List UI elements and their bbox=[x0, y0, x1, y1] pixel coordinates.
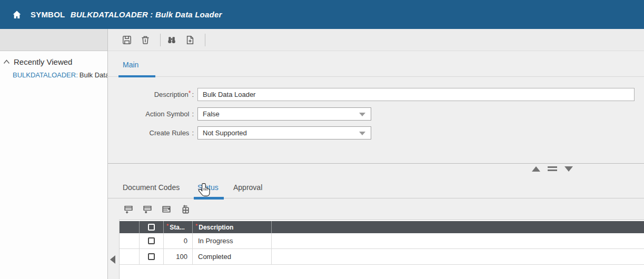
top-header-bar: SYMBOL BULKDATALOADER : Bulk Data Loader bbox=[0, 0, 644, 29]
save-icon[interactable] bbox=[122, 35, 132, 45]
tab-status[interactable]: Status bbox=[197, 183, 219, 192]
checkbox-icon bbox=[148, 224, 155, 231]
recently-viewed-label: Recently Viewed bbox=[14, 57, 72, 66]
delete-icon[interactable] bbox=[141, 35, 150, 45]
sidebar-toolbar-strip bbox=[0, 29, 107, 51]
table-row[interactable]: 100 Completed bbox=[120, 249, 644, 265]
checkbox-icon bbox=[148, 253, 155, 260]
description-cell[interactable]: In Progress bbox=[193, 237, 233, 245]
create-rules-label: Create Rules: bbox=[108, 129, 194, 137]
action-symbol-label: Action Symbol: bbox=[108, 110, 194, 118]
remove-row-icon[interactable] bbox=[143, 204, 153, 214]
status-cell[interactable]: 0 bbox=[164, 237, 192, 245]
splitter-controls bbox=[532, 165, 573, 173]
required-marker: * bbox=[166, 223, 169, 229]
add-row-icon[interactable] bbox=[124, 204, 134, 214]
table-row[interactable]: 0 In Progress bbox=[120, 233, 644, 249]
select-all-checkbox[interactable] bbox=[140, 221, 164, 233]
new-document-icon[interactable] bbox=[185, 35, 195, 45]
toolbar-separator bbox=[160, 34, 161, 46]
create-rules-value: Not Supported bbox=[203, 129, 247, 137]
create-rules-dropdown[interactable]: Not Supported bbox=[197, 126, 371, 140]
row-indicator-header bbox=[120, 221, 140, 233]
page-title: SYMBOL BULKDATALOADER : Bulk Data Loader bbox=[31, 10, 222, 19]
action-symbol-dropdown[interactable]: False bbox=[197, 107, 371, 121]
insert-row-icon[interactable] bbox=[162, 204, 172, 214]
main-tabstrip: Main bbox=[108, 58, 644, 77]
record-toolbar bbox=[108, 29, 644, 51]
chevron-up-icon bbox=[3, 59, 10, 64]
tab-main-active-indicator bbox=[118, 75, 155, 77]
fill-down-icon[interactable] bbox=[181, 204, 191, 214]
row-indicator-cell bbox=[120, 233, 140, 248]
tab-main[interactable]: Main bbox=[123, 61, 138, 69]
column-header-description[interactable]: * Description bbox=[193, 221, 272, 233]
collapse-up-icon[interactable] bbox=[532, 166, 540, 172]
form-row-description: Description*: bbox=[108, 88, 635, 101]
status-cell[interactable]: 100 bbox=[164, 253, 192, 261]
main-content-panel: Main Description*: Action Symbol: False … bbox=[108, 29, 644, 279]
row-checkbox[interactable] bbox=[140, 233, 164, 248]
filler-cell bbox=[272, 249, 644, 264]
recent-item-label: Bulk Data Loader bbox=[80, 71, 107, 79]
recent-item-code: BULKDATALOADER: bbox=[13, 71, 78, 79]
required-marker: * bbox=[189, 89, 191, 97]
column-header-filler bbox=[272, 221, 644, 233]
required-marker: * bbox=[195, 223, 197, 229]
row-checkbox[interactable] bbox=[140, 249, 164, 264]
tab-document-codes[interactable]: Document Codes bbox=[123, 183, 180, 192]
checkbox-icon bbox=[148, 237, 155, 244]
grid-toolbar bbox=[108, 199, 644, 220]
detail-tabstrip: Document Codes Status Approval bbox=[108, 179, 644, 198]
description-cell[interactable]: Completed bbox=[193, 253, 231, 261]
recently-viewed-item[interactable]: BULKDATALOADER:Bulk Data Loader bbox=[13, 71, 107, 79]
form-row-action-symbol: Action Symbol: False bbox=[108, 107, 371, 121]
tab-approval[interactable]: Approval bbox=[233, 183, 262, 192]
recently-viewed-section[interactable]: Recently Viewed bbox=[3, 57, 107, 66]
chevron-down-icon bbox=[359, 113, 365, 116]
find-icon[interactable] bbox=[167, 35, 176, 45]
status-grid: * Sta... * Description 0 In Progress bbox=[119, 220, 644, 279]
home-icon[interactable] bbox=[10, 8, 24, 22]
splitter-drag-handle-icon[interactable] bbox=[548, 165, 557, 173]
application-window: SYMBOL BULKDATALOADER : Bulk Data Loader… bbox=[0, 0, 644, 279]
row-indicator-cell bbox=[120, 249, 140, 264]
filler-cell bbox=[272, 233, 644, 248]
form-row-create-rules: Create Rules: Not Supported bbox=[108, 126, 371, 140]
chevron-down-icon bbox=[359, 132, 365, 135]
action-symbol-value: False bbox=[203, 110, 220, 118]
left-sidebar: Recently Viewed BULKDATALOADER:Bulk Data… bbox=[0, 29, 108, 279]
column-header-status[interactable]: * Sta... bbox=[164, 221, 193, 233]
page-title-name: BULKDATALOADER : Bulk Data Loader bbox=[71, 10, 222, 19]
description-input[interactable] bbox=[197, 88, 635, 101]
toolbar-separator bbox=[205, 34, 205, 46]
description-label: Description*: bbox=[108, 91, 194, 98]
page-title-symbol: SYMBOL bbox=[31, 10, 65, 19]
pane-splitter-line bbox=[108, 163, 644, 164]
collapse-panel-left-icon[interactable] bbox=[110, 255, 115, 264]
collapse-down-icon[interactable] bbox=[564, 166, 573, 172]
grid-header-row: * Sta... * Description bbox=[120, 221, 644, 233]
